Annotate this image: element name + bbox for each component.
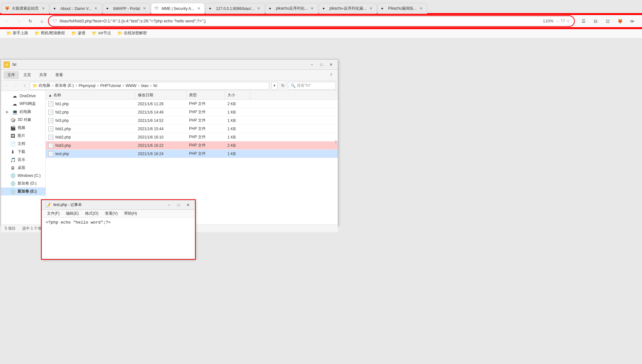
- file-row[interactable]: 📄 fxld1.php 2021/1/6 15:44 PHP 文件 1 KB: [46, 125, 338, 133]
- bookmark-靶机/靶场教程[interactable]: 📁靶机/靶场教程: [32, 30, 67, 36]
- notepad-view-menu[interactable]: 查看(V): [102, 210, 120, 217]
- file-name-cell: 📄 test.php: [46, 150, 135, 158]
- sidebar-item-video[interactable]: 🎬 视频: [1, 124, 45, 132]
- file-row[interactable]: 📄 fxl3.php 2021/1/6 14:52 PHP 文件 1 KB: [46, 116, 338, 125]
- breadcrumb-part1[interactable]: 新加卷 (E:): [55, 83, 74, 88]
- col-header-name[interactable]: ▲ 名称: [46, 91, 135, 99]
- sidebar-item-e[interactable]: 💿 新加卷 (E:): [1, 187, 45, 195]
- notepad-maximize-button[interactable]: □: [174, 202, 183, 208]
- sidebar-item-c[interactable]: 💿 Windows (C:): [1, 172, 45, 179]
- sidebar-item-docs[interactable]: 📄 文档: [1, 140, 45, 148]
- breadcrumb-part3[interactable]: PHPTutorial: [100, 83, 121, 88]
- extend-icon[interactable]: ≫: [627, 16, 637, 26]
- breadcrumb-bar[interactable]: 📁 此电脑 > 新加卷 (E:) > Phpmysql > PHPTutoria…: [30, 82, 269, 90]
- notepad-format-menu[interactable]: 格式(O): [83, 210, 101, 217]
- breadcrumb-part6[interactable]: fxl: [153, 83, 157, 88]
- browser-tab-tab3[interactable]: ● bWAPP - Portal ✕: [103, 3, 150, 14]
- toolbar-tab-share[interactable]: 共享: [36, 71, 51, 79]
- close-button[interactable]: ✕: [327, 61, 335, 68]
- col-header-type[interactable]: 类型: [186, 91, 225, 99]
- sidebar-item-pictures[interactable]: 🖼 图片: [1, 132, 45, 140]
- minimize-button[interactable]: −: [308, 61, 316, 68]
- more-options-icon[interactable]: ···: [556, 19, 559, 23]
- tab-close-button[interactable]: ✕: [256, 6, 261, 11]
- file-type: PHP 文件: [186, 141, 225, 149]
- toolbar-tab-home[interactable]: 主页: [20, 71, 35, 79]
- sidebar-item-music[interactable]: 🎵 音乐: [1, 156, 45, 164]
- bookmark-新手上路[interactable]: 📁新手上路: [4, 30, 31, 36]
- explorer-forward-button[interactable]: →: [12, 82, 20, 90]
- file-row[interactable]: 📄 fxl1.php 2021/1/6 11:28 PHP 文件 2 KB: [46, 100, 338, 108]
- browser-toolbar-right: ☰ ⊟ ⊡ 🦊 ≫: [576, 16, 639, 26]
- browser-tab-tab5[interactable]: ● 127.0.0.1:8086/biao/... ✕: [205, 3, 265, 14]
- sidebar-label: 音乐: [18, 157, 25, 162]
- file-row[interactable]: 📄 fxl2.php 2021/1/6 14:46 PHP 文件 1 KB: [46, 108, 338, 116]
- notepad-edit-menu[interactable]: 编辑(E): [63, 210, 81, 217]
- profile-icon[interactable]: 🦊: [615, 16, 625, 26]
- toolbar-tab-view[interactable]: 查看: [52, 71, 67, 79]
- file-row[interactable]: 📄 test.php 2021/1/6 16:24 PHP 文件 1 KB: [46, 150, 338, 158]
- breadcrumb-part2[interactable]: Phpmysql: [79, 83, 96, 88]
- home-button[interactable]: ⌂: [37, 16, 47, 26]
- reload-button[interactable]: ↻: [26, 16, 35, 26]
- breadcrumb-part0[interactable]: 此电脑: [39, 83, 50, 88]
- forward-button[interactable]: →: [14, 16, 24, 26]
- col-header-date[interactable]: 修改日期: [135, 91, 186, 99]
- sidebar-item-d[interactable]: 💿 新加卷 (D:): [1, 179, 45, 187]
- explorer-search-bar[interactable]: 🔍 搜索"fxl": [288, 82, 336, 90]
- tab-close-button[interactable]: ✕: [93, 6, 99, 11]
- explorer-up-button[interactable]: ↑: [21, 82, 28, 90]
- notepad-file-menu[interactable]: 文件(F): [44, 210, 62, 217]
- notepad-help-menu[interactable]: 帮助(H): [122, 210, 140, 217]
- tab-favicon: ●: [322, 6, 328, 11]
- tab-close-button[interactable]: ✕: [368, 6, 373, 11]
- bookmark-icon[interactable]: ☆: [566, 19, 570, 23]
- tab-close-button[interactable]: ✕: [196, 6, 201, 11]
- breadcrumb-part5[interactable]: biao: [141, 83, 149, 88]
- sidebar-item-downloads[interactable]: ⬇ 下载: [1, 148, 45, 156]
- bookmark-渗透[interactable]: 📁渗透: [69, 30, 88, 36]
- collections-icon[interactable]: ☰: [579, 16, 588, 26]
- browser-tab-tab1[interactable]: 🦊 火狐搜索起始页 ✕: [1, 3, 49, 14]
- toolbar-tab-file[interactable]: 文件: [4, 71, 19, 79]
- explorer-refresh-button[interactable]: ↻: [279, 82, 287, 90]
- tab-favicon: ●: [106, 6, 111, 11]
- docs-icon: 📄: [10, 141, 16, 146]
- sync-icon[interactable]: ⊡: [603, 16, 613, 26]
- tab-label: pikachu反序列化...: [276, 6, 308, 11]
- sidebar-item-3d[interactable]: 🎲 3D 对象: [1, 116, 45, 124]
- bookmark-ssr节点[interactable]: 📁ssr节点: [89, 30, 114, 36]
- file-size: 2 KB: [225, 141, 250, 149]
- notepad-minimize-button[interactable]: −: [165, 202, 173, 208]
- back-button[interactable]: ←: [3, 16, 12, 26]
- browser-tab-tab6[interactable]: ● pikachu反序列化... ✕: [266, 3, 318, 14]
- sidebar-label: OneDrive: [20, 94, 36, 98]
- breadcrumb-dropdown[interactable]: ▼: [271, 82, 278, 90]
- tab-close-button[interactable]: ✕: [310, 6, 315, 11]
- help-button[interactable]: ?: [327, 72, 335, 78]
- sidebar-item-thispc[interactable]: ▶ 💻 此电脑: [1, 108, 45, 116]
- tab-close-button[interactable]: ✕: [418, 6, 424, 11]
- bookmark-在线加密解密[interactable]: 📁在线加密解密: [115, 30, 149, 36]
- sidebar-item-desktop[interactable]: 🖥 桌面: [1, 164, 45, 172]
- browser-tab-tab7[interactable]: ● pikachu-反序列化漏... ✕: [319, 3, 377, 14]
- file-list-header: ▲ 名称 修改日期 类型 大小: [46, 91, 338, 100]
- browser-tab-tab2[interactable]: ● About :: Damn V... ✕: [50, 3, 102, 14]
- sidebar-item-wps[interactable]: ☁ WPS网盘: [1, 100, 45, 108]
- tab-close-button[interactable]: ✕: [41, 6, 46, 11]
- sidebar-item-onedrive[interactable]: ☁ OneDrive: [1, 92, 45, 100]
- tab-close-button[interactable]: ✕: [142, 6, 147, 11]
- notepad-close-button[interactable]: ✕: [184, 202, 192, 208]
- col-header-size[interactable]: 大小: [225, 91, 250, 99]
- explorer-back-button[interactable]: ←: [3, 82, 11, 90]
- split-view-icon[interactable]: ⊟: [591, 16, 600, 26]
- resize-handle[interactable]: ▌: [335, 59, 338, 225]
- file-row[interactable]: 📄 fxld2.php 2021/1/6 16:10 PHP 文件 1 KB: [46, 133, 338, 141]
- shield-icon[interactable]: 🛡: [561, 19, 565, 23]
- browser-tab-tab4[interactable]: 🛡 MME | Security A... ✕: [151, 3, 205, 14]
- browser-tab-tab8[interactable]: ● Pikachu漏洞练... ✕: [377, 3, 427, 14]
- breadcrumb-part4[interactable]: WWW: [126, 83, 137, 88]
- maximize-button[interactable]: □: [317, 61, 326, 68]
- address-bar[interactable]: 🛡 /biao/fxl/fxld3.php?test=O:1:"A":1:{s:…: [49, 16, 574, 26]
- file-row[interactable]: 📄 fxld3.php 2021/1/6 16:22 PHP 文件 2 KB: [46, 141, 338, 150]
